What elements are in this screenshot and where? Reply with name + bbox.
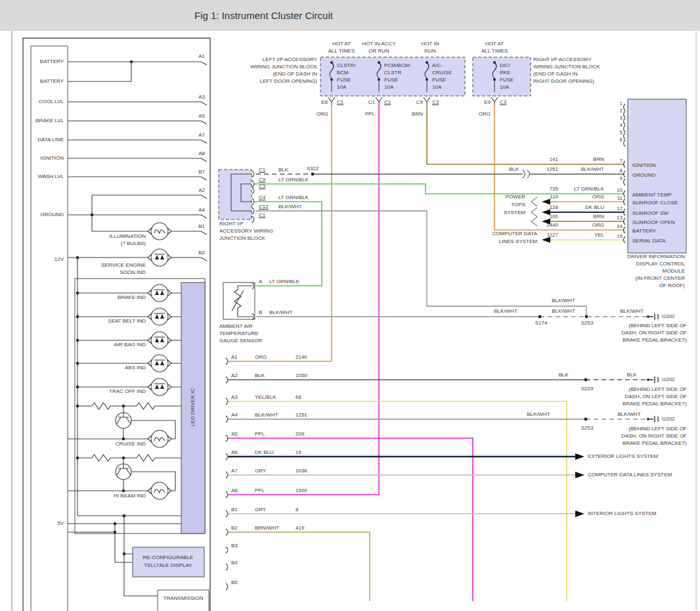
wire-brn-141 — [427, 105, 624, 164]
wire-ppl-209 — [228, 438, 473, 601]
wire-yelblk-68 — [228, 401, 567, 601]
wiring-diagram-page: Fig 1: Instrument Cluster Circuit — [0, 0, 700, 611]
computer-data-lines-arrow — [542, 237, 550, 243]
g202-icon — [647, 313, 658, 422]
telltale-display-box — [133, 547, 204, 577]
transmission-box — [158, 590, 209, 611]
power-tops-arrow — [542, 219, 550, 225]
ambient-air-sensor-box — [223, 283, 255, 319]
ground-symbols — [647, 313, 658, 422]
wire-org-2440 — [494, 105, 624, 230]
power-tops-arrow — [542, 199, 550, 205]
inline-connector-icon — [523, 170, 530, 178]
wire-blkwht-branch — [256, 211, 586, 316]
wire-ltgrnblk-sensor — [253, 202, 322, 286]
power-tops-arrow — [542, 210, 550, 215]
instrument-cluster-box — [23, 38, 210, 611]
transistor-icon — [116, 413, 131, 480]
colored-wires — [228, 105, 647, 601]
brace-marks — [531, 197, 537, 226]
exterior-lights-arrow — [575, 453, 584, 460]
did-control-module-box — [628, 99, 686, 253]
interior-lights-arrow — [575, 510, 584, 517]
led-driver-ic-block — [181, 283, 205, 533]
wire-brnwht-419 — [228, 532, 370, 601]
wire-org-2140 — [228, 105, 332, 361]
right-ip-junction-block-fuse — [473, 57, 531, 96]
led-icon — [148, 249, 171, 396]
arrows — [531, 197, 584, 517]
connector-arcs — [226, 104, 625, 590]
junction-blocks — [219, 57, 686, 319]
computer-data-arrow — [575, 472, 584, 478]
y-connector-icon — [328, 97, 498, 105]
wire-ltgrnblk-735 — [253, 184, 624, 194]
right-ip-junction-block — [219, 170, 252, 219]
left-ip-junction-block — [320, 57, 465, 96]
circuit-diagram — [0, 0, 700, 611]
